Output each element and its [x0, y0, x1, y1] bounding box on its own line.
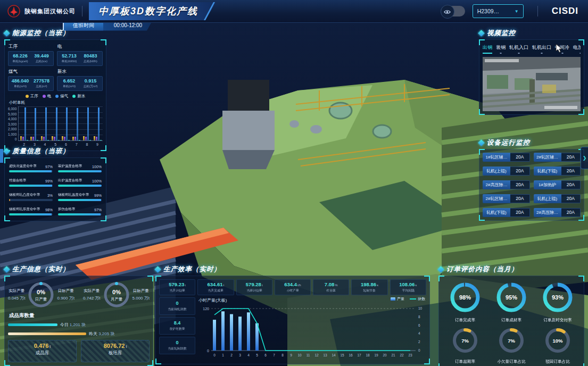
quality-item: 性能合格率99% [9, 178, 53, 187]
left-edge-handle[interactable] [0, 149, 3, 163]
legend-item: 块数 [410, 296, 425, 302]
svg-text:8: 8 [418, 315, 420, 319]
equipment-value: 20A [510, 180, 530, 189]
equipment-label: 1#加热炉 [534, 180, 561, 189]
bar [62, 136, 63, 140]
order-donut: 95%订单成材率 [494, 280, 528, 323]
quality-bar-fill [58, 170, 102, 172]
video-feed[interactable] [483, 57, 581, 111]
header-divider [537, 6, 538, 16]
store-value: 8076.72t [81, 343, 149, 349]
quality-label: 探伤合格率 [58, 206, 75, 212]
energy-group-name: 工序 [9, 44, 54, 50]
panel-title-quality: 质量信息（当班） [4, 146, 106, 156]
energy-metric: 39.449总耗(tce) [31, 53, 52, 64]
panel-title-efficiency: 生产效率（实时） [155, 264, 430, 274]
stat-value: 579.23t [160, 281, 194, 287]
production-gauge-group: 实际产量0.045 万t0%日产量目标产量0.900 万t [8, 280, 74, 309]
diamond-icon [154, 266, 161, 273]
gauge-left-value: 0.045 万t [8, 295, 25, 301]
efficiency-stat-card: 579.23t当天计划量 [159, 279, 195, 295]
efficiency-stat-card: 108.06s平均间隔 [390, 279, 426, 295]
equipment-chip[interactable]: 2#轧区辅…20A [483, 194, 530, 203]
donut-gauge: 7% [496, 325, 527, 356]
equipment-chip[interactable]: 轧机(上辊)20A [534, 194, 581, 203]
legend-label: 新水 [77, 94, 85, 99]
equipment-chip[interactable]: 2#轧区辅…20A [534, 153, 581, 162]
quality-item: 钢板终轧凸度命中率3% [9, 192, 53, 201]
energy-metric-value: 277578 [31, 78, 52, 84]
plate-select-dropdown[interactable]: H2309… ▼ [473, 4, 524, 18]
legend-label: 煤气 [60, 94, 68, 99]
quality-item-head: 钢板终轧温度命中率99% [58, 192, 102, 197]
stat-unit: s [415, 284, 417, 287]
order-donut: 93%订单及时交付率 [541, 280, 575, 323]
diamond-icon [3, 30, 10, 37]
video-tab-2[interactable]: 轧机入口 [509, 44, 528, 54]
equipment-chip[interactable]: 2#高压除…20A [534, 208, 581, 217]
hourly-output-legend: 产量块数 [391, 296, 425, 302]
energy-metric-value: 39.449 [31, 53, 52, 59]
quality-label: 出炉温度合格率 [58, 178, 82, 183]
bar [22, 137, 24, 140]
energy-metric: 52.713单耗(kWh/t) [59, 53, 80, 64]
stock-bar-row: 昨天3,205 块 [8, 331, 150, 337]
quality-item-head: 超快冷温度命中率97% [9, 163, 53, 169]
gauge-right-label: 目标产量 [57, 288, 74, 294]
stat-label: 当天完成量 [200, 288, 231, 293]
visibility-toggle[interactable] [441, 6, 465, 16]
quality-item: 装炉温度合格率100% [58, 163, 102, 172]
equipment-chip[interactable]: 轧机(上辊)20A [483, 167, 530, 176]
equipment-chip[interactable]: 轧机(下辊)20A [483, 208, 530, 217]
equipment-label: 轧机(下辊) [483, 208, 510, 217]
stock-bar-row: 今日1,201 块 [8, 322, 150, 328]
bar-group: 4 [41, 107, 49, 140]
donut-gauge: 98% [448, 280, 482, 314]
stat-unit: t [223, 284, 225, 287]
quality-item-head: 钢板终轧厚度命中率98% [9, 206, 53, 212]
panel-title-text: 订单评价内容（当月） [446, 265, 518, 274]
tab-indicator [579, 53, 581, 54]
equipment-chip[interactable]: 1#轧区辅…20A [483, 153, 530, 162]
equipment-chip[interactable]: 1#加热炉20A [534, 180, 581, 189]
quality-value: 100% [92, 179, 102, 183]
energy-metric: 68.226单耗(kgce/t) [10, 53, 31, 64]
order-donut: 7%小欠量订单占比 [496, 325, 527, 364]
equipment-chip[interactable]: 轧机(下辊)20A [534, 167, 581, 176]
energy-metric-value: 68.226 [10, 53, 31, 59]
mouse-cursor [556, 44, 563, 53]
equipment-chip[interactable]: 2#高压除…20A [483, 180, 530, 189]
quality-item: 钢板终轧厚度命中率98% [9, 206, 53, 215]
energy-metric-value: 486.040 [10, 78, 31, 84]
stat-unit: t/h [297, 284, 301, 287]
equipment-value: 20A [561, 153, 581, 162]
bar [98, 107, 100, 140]
yaxis-tick: 5,000 [8, 113, 16, 117]
video-tab-3[interactable]: 轧机出口 [532, 44, 551, 54]
legend-item: 新水 [72, 94, 85, 99]
equipment-value: 20A [561, 167, 581, 176]
video-tab-0[interactable]: 出钢 [483, 44, 492, 54]
hourly-output-plot: 1200024681001234567891011121314151617181… [197, 303, 426, 359]
equipment-label: 轧机(上辊) [483, 167, 510, 176]
bar [43, 137, 45, 140]
efficiency-side-card: 8.4在炉坯数量 [159, 317, 195, 335]
donut-gauge: 7% [450, 325, 481, 356]
svg-text:10: 10 [418, 306, 423, 310]
video-tab-1[interactable]: 装钢 [496, 44, 506, 54]
quality-item-head: 探伤合格率97% [58, 206, 102, 212]
svg-text:20: 20 [383, 353, 387, 357]
bar-group: 9 [94, 107, 102, 140]
bar-swatch [391, 297, 395, 301]
gauge-left-label: 实际产量 [83, 288, 100, 294]
video-tab-5[interactable]: 电加热 [573, 44, 581, 54]
panel-title-production: 生产信息（实时） [4, 264, 153, 274]
equipment-monitor-panel: 设备运行监控 1#轧区辅…20A2#轧区辅…20A轧机(上辊)20A轧机(下辊)… [479, 137, 584, 221]
side-stat-value: 0 [160, 340, 194, 345]
store-unit: t [126, 345, 127, 348]
equipment-label: 2#轧区辅… [483, 194, 510, 203]
svg-text:0%: 0% [37, 289, 46, 295]
right-edge-handle[interactable]: ❯ [581, 147, 588, 169]
legend-dot [26, 95, 29, 98]
company-name: 陕钢集团汉钢公司 [24, 7, 76, 15]
